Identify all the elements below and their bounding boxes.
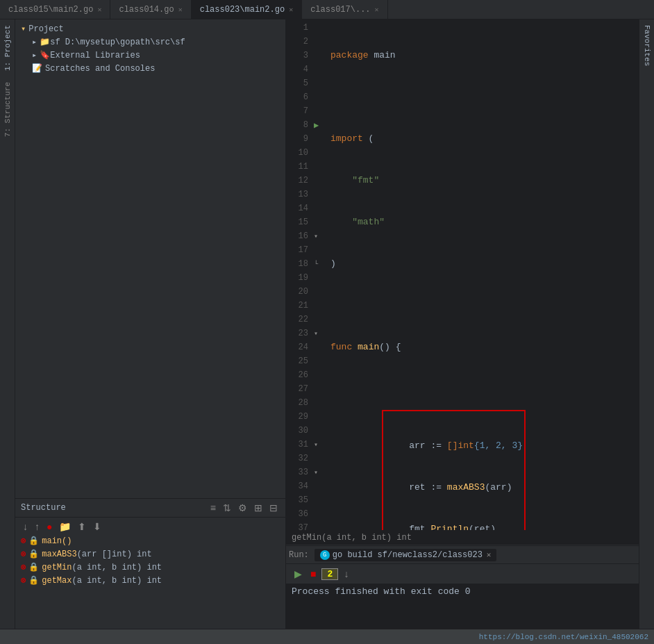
structure-toolbar: ≡ ⇅ ⚙ ⊞ ⊟: [208, 502, 280, 514]
line-numbers: 12345 678910 1112131415 1617181920 21222…: [286, 19, 314, 530]
play-button[interactable]: ▶: [292, 567, 305, 581]
tab-label-3: class017\...: [310, 5, 370, 15]
output-text: Process finished with exit code 0: [292, 586, 470, 597]
fold-icon-31[interactable]: ▾: [314, 440, 318, 449]
struct-maxabs3[interactable]: ⊗ 🔒 maxABS3 (arr []int) int: [15, 547, 285, 561]
structure-tab-vertical[interactable]: 7: Structure: [2, 76, 13, 142]
folder-struct-btn[interactable]: 📁: [57, 520, 73, 533]
fold-icon-16[interactable]: ▾: [314, 232, 318, 240]
struct-params-getmin: (a int, b int) int: [72, 563, 162, 572]
tab-class014[interactable]: class014.go ✕: [110, 0, 191, 19]
down-struct-btn[interactable]: ⬇: [91, 520, 103, 533]
sf-folder[interactable]: ▸ 📁 sf D:\mysetup\gopath\src\sf: [15, 35, 285, 49]
breadcrumb-bar: getMin(a int, b int) int: [286, 530, 639, 545]
struct-getmin[interactable]: ⊗ 🔒 getMin (a int, b int) int: [15, 561, 285, 574]
chevron-right-icon: ▸: [32, 37, 37, 47]
settings-btn[interactable]: ⚙: [236, 502, 249, 514]
sf-folder-icon: 📁: [40, 37, 50, 47]
struct-params-getmax: (a int, b int) int: [72, 576, 162, 586]
code-editor[interactable]: package main import ( "fmt" "math" ) fun…: [328, 19, 639, 530]
sort-alpha-btn[interactable]: ≡: [208, 502, 218, 514]
go-icon: G: [320, 550, 330, 560]
expand-btn[interactable]: ⊞: [252, 502, 265, 514]
run-tab-bar: Run: G go build sf/newclass2/class023 ✕: [286, 546, 639, 564]
status-bar: https://blog.csdn.net/weixin_48502062: [0, 629, 654, 644]
close-icon-3[interactable]: ✕: [375, 6, 379, 14]
run-tab-label: go build sf/newclass2/class023: [333, 550, 483, 560]
error-icon-main: ⊗: [21, 536, 26, 546]
tab-label-0: class015\main2.go: [8, 5, 93, 15]
project-tab[interactable]: 1: Project: [2, 19, 13, 76]
collapse-btn[interactable]: ⊟: [267, 502, 280, 514]
project-label: Project: [28, 24, 63, 34]
lock-icon-main: 🔒: [28, 536, 39, 546]
run-label: Run:: [289, 550, 309, 560]
structure-header: Structure ≡ ⇅ ⚙ ⊞ ⊟: [15, 498, 285, 518]
highlight-region: arr := []int{1, 2, 3} ret := maxABS3(arr…: [328, 396, 639, 530]
tab-bar: class015\main2.go ✕ class014.go ✕ class0…: [0, 0, 654, 19]
favorites-tab[interactable]: Favorites: [642, 19, 653, 72]
struct-name-getmin: getMin: [42, 563, 72, 572]
ext-lib-icon: 🔖: [40, 50, 50, 60]
sf-folder-label: sf D:\mysetup\gopath\src\sf: [50, 38, 185, 47]
code-line-2: [328, 90, 639, 104]
tab-class023[interactable]: class023\main2.go ✕: [192, 0, 302, 19]
up-struct-btn[interactable]: ⬆: [76, 520, 88, 533]
scratches-label: Scratches and Consoles: [45, 64, 155, 74]
error-icon-getmax: ⊗: [21, 575, 26, 586]
scroll-down-button[interactable]: ↓: [341, 567, 351, 581]
bottom-panel: Run: G go build sf/newclass2/class023 ✕ …: [286, 545, 639, 629]
stop-button[interactable]: ■: [308, 567, 319, 581]
code-line-6: ): [328, 257, 639, 271]
code-line-7: [328, 299, 639, 313]
sidebar: ▾ Project ▸ 📁 sf D:\mysetup\gopath\src\s…: [15, 19, 286, 629]
code-line-8: func main() {: [328, 340, 639, 354]
fold-icon-23[interactable]: ▾: [314, 329, 318, 338]
tab-class015[interactable]: class015\main2.go ✕: [0, 0, 110, 19]
run-arrow-main[interactable]: ▶: [314, 120, 319, 131]
struct-main[interactable]: ⊗ 🔒 main(): [15, 534, 285, 547]
code-line-10: ret := maxABS3(arr): [385, 481, 523, 495]
gutter: ▶ ▾ └ ▾: [314, 19, 328, 530]
left-vertical-tabs: 1: Project 7: Structure: [0, 19, 15, 629]
run-tab[interactable]: G go build sf/newclass2/class023 ✕: [315, 549, 497, 561]
run-output: Process finished with exit code 0: [286, 584, 639, 629]
tab-label-1: class014.go: [119, 5, 174, 15]
code-line-9: arr := []int{1, 2, 3}: [385, 439, 523, 453]
scratches-icon: 📝: [32, 63, 42, 74]
struct-params-maxabs3: (arr []int) int: [77, 550, 152, 559]
code-container: 12345 678910 1112131415 1617181920 21222…: [286, 19, 639, 530]
code-line-3: import (: [328, 132, 639, 146]
ext-lib-label: External Libraries: [50, 51, 140, 60]
project-header[interactable]: ▾ Project: [15, 22, 285, 35]
structure-label: Structure: [21, 503, 66, 513]
structure-panel: ↓ ↑ ● 📁 ⬆ ⬇ ⊗ 🔒 main() ⊗ 🔒 maxABS3 (arr …: [15, 518, 285, 629]
close-icon-1[interactable]: ✕: [178, 6, 183, 14]
struct-getmax[interactable]: ⊗ 🔒 getMax (a int, b int) int: [15, 574, 285, 587]
lock-icon-getmax: 🔒: [28, 575, 39, 586]
editor-area: 12345 678910 1112131415 1617181920 21222…: [286, 19, 639, 629]
tab-label-2: class023\main2.go: [200, 5, 285, 15]
project-tree: ▾ Project ▸ 📁 sf D:\mysetup\gopath\src\s…: [15, 19, 285, 498]
error-icon-getmin: ⊗: [21, 562, 26, 572]
chevron-right-icon-2: ▸: [32, 50, 37, 60]
close-icon-0[interactable]: ✕: [97, 6, 101, 14]
lock-icon-getmin: 🔒: [28, 562, 39, 572]
main-content: 1: Project 7: Structure ▾ Project ▸ 📁 sf…: [0, 19, 654, 629]
run-tab-close[interactable]: ✕: [487, 550, 492, 559]
filter-btn[interactable]: ●: [44, 520, 54, 533]
scratches[interactable]: 📝 Scratches and Consoles: [15, 62, 285, 75]
tab-class017[interactable]: class017\... ✕: [302, 0, 387, 19]
code-line-4: "fmt": [328, 174, 639, 188]
sort-down-btn[interactable]: ↓: [21, 520, 30, 533]
fold-icon-18[interactable]: └: [314, 261, 318, 268]
sort-up-btn[interactable]: ↑: [33, 520, 42, 533]
struct-name-getmax: getMax: [42, 576, 72, 586]
close-icon-2[interactable]: ✕: [289, 6, 293, 14]
struct-name-main: main(): [42, 536, 72, 546]
breadcrumb: getMin(a int, b int) int: [292, 533, 412, 543]
code-line-11: fmt.Println(ret): [385, 522, 523, 530]
external-libraries[interactable]: ▸ 🔖 External Libraries: [15, 49, 285, 62]
sort-type-btn[interactable]: ⇅: [221, 502, 233, 514]
fold-icon-33[interactable]: ▾: [314, 468, 318, 477]
